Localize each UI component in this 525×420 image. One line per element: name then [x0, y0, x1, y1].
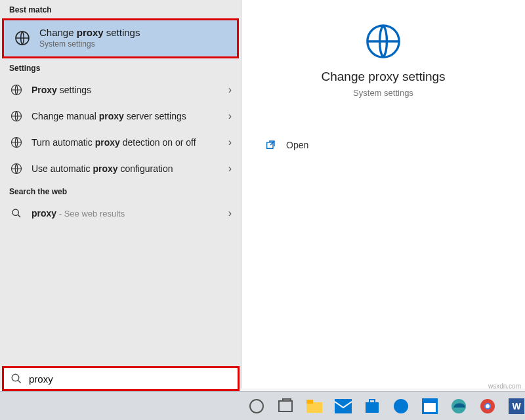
- web-item-proxy[interactable]: proxy - See web results ›: [0, 200, 241, 226]
- best-match-header: Best match: [0, 0, 241, 18]
- svg-line-10: [18, 380, 21, 383]
- globe-icon: [9, 135, 24, 150]
- settings-item-label: Change manual proxy server settings: [32, 110, 228, 122]
- globe-icon: [9, 161, 24, 176]
- settings-item-label: Proxy settings: [32, 84, 228, 96]
- chevron-right-icon: ›: [228, 163, 232, 175]
- store-icon[interactable]: [364, 398, 381, 415]
- chevron-right-icon: ›: [228, 136, 232, 148]
- calendar-icon[interactable]: [421, 398, 438, 415]
- cortana-icon[interactable]: [248, 398, 265, 415]
- svg-point-5: [12, 209, 18, 215]
- preview-subtitle: System settings: [242, 88, 525, 98]
- svg-rect-13: [335, 399, 352, 413]
- settings-item-label: Turn automatic proxy detection on or off: [32, 136, 228, 148]
- chevron-right-icon: ›: [228, 84, 232, 96]
- chrome-icon[interactable]: [479, 398, 496, 415]
- search-icon: [9, 206, 24, 220]
- chevron-right-icon: ›: [228, 110, 232, 122]
- svg-point-16: [394, 399, 408, 413]
- settings-header: Settings: [0, 58, 241, 77]
- svg-rect-15: [369, 400, 375, 403]
- best-match-subtitle: System settings: [39, 39, 140, 49]
- best-match-title: Change proxy settings: [39, 27, 140, 38]
- search-icon: [10, 373, 22, 385]
- file-explorer-icon[interactable]: [306, 398, 323, 415]
- settings-item-label: Use automatic proxy configuration: [32, 163, 228, 175]
- search-input[interactable]: [29, 373, 231, 385]
- globe-icon: [13, 29, 32, 47]
- web-item-label: proxy - See web results: [32, 207, 228, 220]
- web-header: Search the web: [0, 182, 241, 200]
- settings-item-change-manual-proxy[interactable]: Change manual proxy server settings ›: [0, 103, 241, 129]
- watermark: wsxdn.com: [488, 383, 521, 390]
- open-label: Open: [286, 140, 308, 150]
- edge-icon[interactable]: [450, 398, 467, 415]
- svg-point-9: [12, 374, 19, 381]
- open-action[interactable]: Open: [261, 135, 505, 156]
- preview-panel: Change proxy settings System settings Op…: [242, 0, 525, 388]
- dell-icon[interactable]: [392, 398, 410, 415]
- search-results-panel: Best match Change proxy settings System …: [0, 0, 242, 388]
- svg-line-6: [18, 215, 20, 217]
- search-bar[interactable]: [2, 366, 240, 391]
- mail-icon[interactable]: [335, 398, 352, 415]
- best-match-change-proxy-settings[interactable]: Change proxy settings System settings: [2, 18, 239, 58]
- svg-rect-12: [306, 400, 313, 404]
- svg-rect-14: [366, 402, 379, 413]
- globe-icon: [364, 22, 402, 60]
- open-icon: [264, 138, 277, 152]
- svg-point-22: [486, 404, 490, 408]
- chevron-right-icon: ›: [228, 207, 232, 219]
- svg-rect-18: [424, 403, 436, 412]
- preview-title: Change proxy settings: [242, 70, 525, 84]
- settings-item-proxy-settings[interactable]: Proxy settings ›: [0, 77, 241, 103]
- svg-rect-11: [306, 402, 322, 413]
- globe-icon: [9, 83, 24, 97]
- word-icon[interactable]: W: [508, 398, 525, 415]
- taskbar: W: [0, 391, 525, 420]
- settings-item-automatic-proxy-config[interactable]: Use automatic proxy configuration ›: [0, 156, 241, 182]
- svg-text:W: W: [512, 401, 521, 411]
- task-view-icon[interactable]: [277, 398, 294, 415]
- settings-item-automatic-proxy-detection[interactable]: Turn automatic proxy detection on or off…: [0, 129, 241, 156]
- globe-icon: [9, 109, 24, 123]
